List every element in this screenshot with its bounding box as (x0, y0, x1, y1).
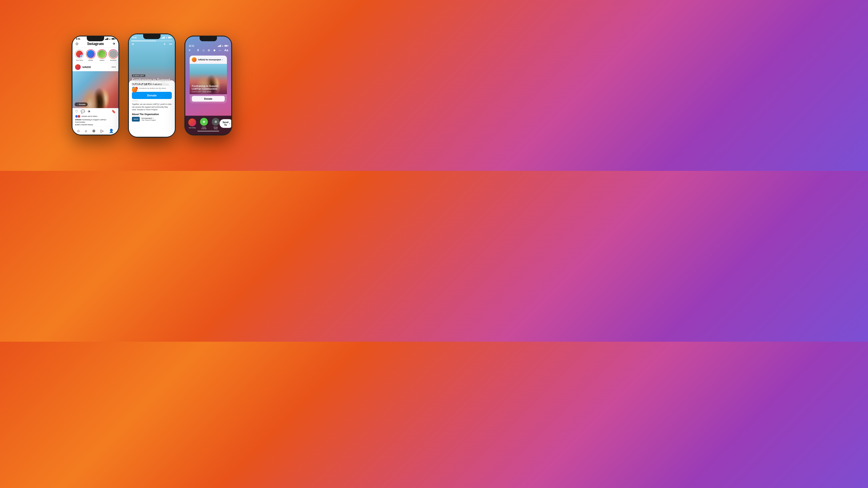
dm-icon[interactable]: ✈ (113, 42, 116, 46)
battery-1 (112, 38, 115, 40)
story-item-divdivk[interactable]: divdivk (86, 49, 95, 61)
phone3-bottom: Your Story ★ Close Friends (185, 116, 231, 135)
kenzoere-avatar (109, 50, 118, 58)
about-org-title: About The Organization (132, 113, 172, 115)
close-story-icon[interactable]: ✕ (188, 49, 191, 52)
download-icon[interactable]: ⬇ (197, 49, 199, 52)
story-background: 9:41 ▲ (129, 34, 175, 137)
divdivk-avatar-wrapper (86, 49, 95, 59)
days-left: 8 DAYS LEFT (132, 75, 145, 77)
share-card-overlay: Fundraising to Support LGBTQ+ Communitie… (190, 83, 227, 94)
share-option-close-friends[interactable]: ★ Close Friends (200, 118, 208, 130)
your-story-plus: + (80, 55, 83, 58)
story-nav-right: ✈ ••• (163, 42, 172, 46)
wifi-icon-1: ▲ (109, 38, 111, 40)
verified-icon: ✓ (159, 89, 161, 91)
phone-2-shell: 9:41 ▲ (128, 33, 176, 138)
org-verified-icon: ✓ (153, 117, 154, 119)
like-icon[interactable]: ♡ (75, 109, 78, 114)
heart-icon: ♥ (77, 103, 78, 106)
share-options-row: Your Story ★ Close Friends (188, 118, 228, 130)
camera-icon[interactable]: ⊙ (75, 42, 78, 46)
story-item-eloears[interactable]: eloears (97, 49, 107, 61)
sticker-icon[interactable]: ☻ (213, 49, 216, 52)
bar3 (107, 38, 107, 40)
send-to-button[interactable]: Send To › (220, 119, 231, 128)
reels-nav-icon[interactable]: ▷ (101, 128, 104, 133)
status-icons-2: ▲ (161, 36, 172, 39)
post-avatar (75, 64, 81, 70)
post-actions: ♡ 💬 ✈ 🔖 (72, 108, 119, 114)
close-friends-circle: ★ (200, 118, 208, 126)
phone3-toolbar: ✕ ⬇ ☺ ⊕ ☻ ⟜ Aa (185, 48, 231, 54)
mute-icon[interactable]: ⟜ (219, 49, 222, 52)
close-friends-star-icon: ★ (202, 119, 206, 124)
story-overlay-text: 8 DAYS LEFT Fundraising to Support LGBTQ… (132, 73, 172, 92)
story-more-icon[interactable]: ••• (169, 42, 172, 46)
comment-icon[interactable]: 💬 (81, 109, 85, 114)
donate-badge[interactable]: ♥ Donate (74, 103, 88, 106)
home-nav-icon[interactable]: ⌂ (77, 128, 80, 133)
post-user[interactable]: lofti232 (75, 64, 91, 70)
org-full-name: The Trevor Project (142, 119, 156, 121)
story-item-your-story[interactable]: + Your Story (74, 49, 84, 61)
eloears-avatar (98, 50, 106, 58)
signal-3 (218, 45, 221, 47)
eloears-avatar-wrapper (97, 49, 107, 59)
your-story-share-label: Your Story (189, 127, 196, 128)
feed-header: ⊙ Instagram ✈ (72, 40, 119, 48)
phone3-content: 12:11 ▲ (185, 36, 231, 135)
fundraiser-title: Fundraising to Support LGBTQ+ Communitie… (132, 78, 172, 86)
emoji-face-icon[interactable]: ☺ (202, 49, 205, 52)
time-2: 9:41 (132, 36, 137, 39)
eloears-placeholder (98, 50, 106, 58)
phone-1-shell: 9:41 ▲ ⊙ Instagram (71, 36, 119, 136)
liked-by-row: eloears and 8 others (75, 115, 116, 118)
send-to-label: Send To (223, 121, 228, 126)
divdivk-avatar (86, 50, 95, 58)
story-nav-row: ✕ ✈ ••• (129, 41, 175, 47)
signal-2 (161, 36, 165, 39)
kenzoere-avatar-wrapper (108, 49, 118, 59)
eloears-label: eloears (100, 59, 104, 61)
story-item-kenzoere[interactable]: kenzoere (108, 49, 118, 61)
battery-3 (224, 45, 228, 47)
donate-button[interactable]: Donate (132, 92, 172, 99)
time-1: 9:41 (76, 38, 80, 40)
status-bar-3: 12:11 ▲ (185, 42, 231, 48)
text-aa-icon[interactable]: Aa (224, 49, 228, 52)
bottom-nav: ⌂ ⌕ ⊕ ▷ 👤 (72, 126, 119, 135)
close-friends-label: Close Friends (200, 126, 208, 130)
save-icon[interactable]: 🔖 (112, 109, 116, 114)
profile-nav-icon[interactable]: 👤 (109, 128, 114, 133)
link-icon[interactable]: ⊕ (208, 49, 210, 52)
divdivk-label: divdivk (88, 59, 93, 61)
add-nav-icon[interactable]: ⊕ (92, 128, 95, 133)
wifi-3: ▲ (222, 45, 224, 47)
org-info: trevorproject ✓ The Trevor Project (142, 117, 156, 121)
divdivk-placeholder (87, 50, 95, 58)
group-story-plus-icon: ⊕ (214, 120, 217, 124)
signal-1 (105, 38, 108, 40)
battery-2 (168, 37, 172, 38)
fundraiser-username: lofti232 (138, 89, 145, 91)
share-icon[interactable]: ✈ (88, 109, 90, 114)
your-story-circle (188, 118, 196, 126)
share-donate-button[interactable]: Donate (192, 96, 225, 102)
share-card: lofti232 for trevorproject ✓ Fundraising… (190, 56, 227, 103)
share-option-group-story[interactable]: ⊕ Group Story (212, 118, 220, 130)
phone-3-screen: 12:11 ▲ (185, 36, 231, 135)
fundraiser-user-text: lofti232 for trevorproject ✓ (138, 89, 161, 91)
donate-badge-label: Donate (79, 103, 86, 106)
search-nav-icon[interactable]: ⌕ (85, 128, 87, 133)
org-logo: TREVOR (132, 117, 140, 121)
share-card-header: lofti232 for trevorproject ✓ (190, 56, 227, 64)
liked-avatar-2 (78, 115, 81, 118)
story-close-icon[interactable]: ✕ (131, 42, 134, 46)
post-image: ♥ Donate (72, 71, 119, 108)
share-card-avatar (192, 57, 196, 62)
more-icon[interactable]: ••• (112, 65, 116, 69)
share-option-your-story[interactable]: Your Story (188, 118, 196, 128)
story-share-icon[interactable]: ✈ (163, 42, 166, 46)
post-caption: eloears and 8 others lofti232 Fundraisin… (72, 114, 119, 126)
